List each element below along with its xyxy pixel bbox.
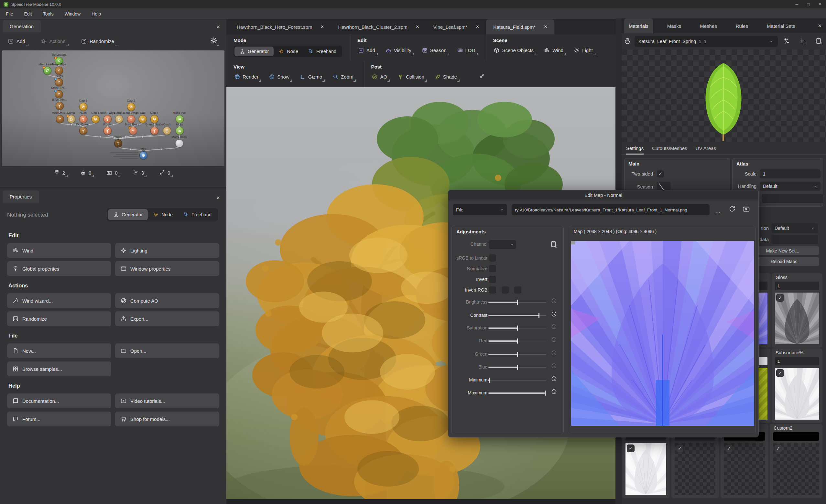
graph-node-gash[interactable] — [163, 127, 171, 135]
collapse-toolbar-icon[interactable] — [479, 73, 485, 87]
material-subtab-cutouts-meshes[interactable]: Cutouts/Meshes — [652, 142, 687, 154]
shade-button[interactable]: Shade — [434, 73, 460, 82]
video-tutorials-button[interactable]: Video tutorials... — [115, 393, 219, 408]
materials-close-icon[interactable]: × — [818, 22, 821, 29]
pan-hand-icon[interactable] — [624, 37, 631, 45]
paste-adjustments-icon[interactable] — [550, 240, 557, 248]
graph-node-lump-2[interactable] — [115, 115, 123, 123]
menu-item-edit[interactable]: Edit — [24, 11, 32, 16]
map-thumbnail[interactable]: ✓ — [626, 443, 666, 495]
window-properties-button[interactable]: Window properties — [115, 261, 219, 276]
menu-item-help[interactable]: Help — [92, 11, 101, 16]
randomize-button[interactable]: Randomize — [80, 37, 117, 46]
menu-item-tools[interactable]: Tools — [43, 11, 54, 16]
mode-node-button[interactable]: Node — [274, 47, 303, 56]
brightness-slider[interactable] — [488, 302, 546, 303]
compute-ao-button[interactable]: Compute AO — [115, 293, 219, 308]
srgb-to-linear-checkbox[interactable] — [489, 254, 496, 261]
dialog-title[interactable]: Edit Map - Normal — [448, 190, 758, 200]
minimize-button[interactable]: – — [795, 1, 798, 7]
graph-node-big-bran-[interactable] — [79, 127, 87, 135]
close-tab-icon[interactable]: × — [320, 23, 324, 30]
graph-node-trunk[interactable] — [114, 139, 122, 147]
green-reset-icon[interactable] — [551, 350, 557, 356]
map-source-select[interactable]: File — [453, 204, 507, 215]
close-tab-icon[interactable]: × — [416, 23, 419, 30]
map-card-subsurface[interactable]: Subsurface% 1 ✓ — [772, 349, 822, 423]
graph-node-main-leaves[interactable] — [43, 67, 51, 75]
saturation-slider[interactable] — [488, 327, 546, 329]
brightness-slider-handle[interactable] — [517, 300, 518, 305]
red-reset-icon[interactable] — [551, 336, 557, 343]
properties-close-icon[interactable]: × — [216, 194, 220, 201]
browse-button[interactable]: ... — [713, 206, 722, 214]
show-button[interactable]: Show — [268, 73, 292, 82]
map-value-field[interactable]: 1 — [775, 281, 819, 290]
minimum-slider-handle[interactable] — [489, 378, 490, 383]
render-button[interactable]: Render — [234, 73, 261, 82]
forum-button[interactable]: Forum... — [7, 412, 111, 426]
graph-node-twigs[interactable] — [55, 78, 63, 86]
graph-node-cap[interactable] — [139, 115, 147, 123]
scale-input[interactable]: 1 — [760, 170, 821, 179]
ao-button[interactable]: AO — [371, 73, 390, 82]
graph-node-tree[interactable] — [139, 151, 148, 160]
channel-select[interactable] — [489, 240, 516, 249]
graph-node-cap-3[interactable] — [79, 103, 87, 111]
graph-node-twigs-tips[interactable] — [55, 67, 63, 75]
map-path-input[interactable]: ry v10/Broadleaves/Katsura/Leaves/Katsur… — [512, 204, 710, 215]
materials-tab-materials[interactable]: Materials — [624, 18, 653, 33]
maximize-button[interactable]: ▢ — [807, 2, 810, 6]
generation-panel-tab[interactable]: Generation — [3, 20, 41, 32]
wind-button[interactable]: Wind — [7, 243, 111, 258]
graph-node-cap-2[interactable] — [127, 103, 135, 111]
properties-mode-generator[interactable]: Generator — [108, 209, 148, 220]
saturation-reset-icon[interactable] — [551, 324, 557, 330]
graph-node-roots[interactable] — [104, 127, 112, 135]
stat-camera[interactable]: 0 — [106, 169, 120, 177]
wind-button[interactable]: Wind — [543, 46, 566, 55]
green-slider-handle[interactable] — [517, 352, 518, 357]
map-enabled-checkbox[interactable]: ✓ — [676, 444, 684, 452]
shop-for-models-button[interactable]: Shop for models... — [115, 412, 219, 426]
map-value-field[interactable]: 1 — [775, 357, 819, 365]
browse-samples-button[interactable]: Browse samples... — [7, 362, 111, 376]
contrast-slider-handle[interactable] — [538, 313, 539, 318]
materials-tab-material-sets[interactable]: Material Sets — [762, 18, 800, 33]
minimum-slider[interactable] — [488, 380, 546, 381]
properties-mode-freehand[interactable]: Freehand — [178, 209, 217, 220]
graph-node-moss-base[interactable] — [175, 139, 183, 147]
graph-node-cap-5[interactable] — [92, 115, 100, 123]
properties-mode-node[interactable]: Node — [148, 209, 178, 220]
map-enabled-checkbox[interactable]: ✓ — [725, 444, 733, 452]
wind-wizard-button[interactable]: Wind wizard... — [7, 293, 111, 308]
map-card-custom2[interactable]: Custom2 ✓ — [770, 424, 822, 498]
graph-node-moss[interactable] — [176, 127, 184, 135]
materials-tab-rules[interactable]: Rules — [731, 18, 753, 33]
stat-lod-levels[interactable]: 3 — [133, 169, 146, 177]
reload-map-icon[interactable] — [728, 205, 736, 213]
map-thumbnail[interactable]: ✓ — [775, 293, 819, 344]
gizmo-button[interactable]: Gizmo — [299, 73, 325, 82]
close-window-button[interactable]: × — [819, 1, 821, 7]
material-select[interactable]: Katsura_Leaf_Front_Spring_1_1 — [635, 36, 778, 47]
reload-maps-button[interactable]: Reload Maps — [749, 257, 819, 266]
map-thumbnail[interactable]: ✓ — [773, 443, 819, 495]
atlas-extra-input[interactable] — [762, 194, 823, 203]
brightness-reset-icon[interactable] — [551, 298, 557, 304]
stat-color-groups[interactable]: 0 — [80, 169, 94, 177]
blue-slider[interactable] — [488, 367, 546, 368]
graph-node-small-bra-[interactable] — [55, 90, 63, 98]
global-properties-button[interactable]: Global properties — [7, 261, 111, 276]
saturation-slider-handle[interactable] — [517, 325, 518, 331]
zoom-button[interactable]: Zoom — [332, 73, 356, 82]
invert-rgb-checkbox[interactable] — [514, 287, 521, 294]
graph-node-medium-b-[interactable] — [56, 115, 64, 123]
material-subtab-settings[interactable]: Settings — [626, 142, 644, 154]
materials-tab-meshes[interactable]: Meshes — [695, 18, 721, 33]
stat-connections[interactable]: 0 — [159, 169, 173, 177]
properties-panel-tab[interactable]: Properties — [3, 190, 39, 203]
graph-node-bare-bran-[interactable] — [129, 127, 137, 135]
map-enabled-checkbox[interactable]: ✓ — [627, 444, 635, 452]
graph-node-moss-puff[interactable] — [176, 115, 184, 123]
